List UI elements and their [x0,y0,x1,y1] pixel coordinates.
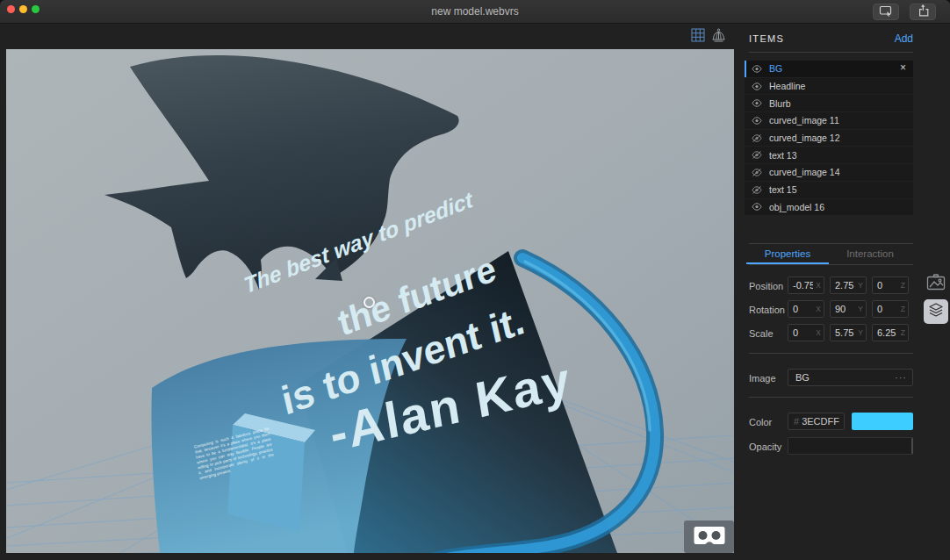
close-icon[interactable]: × [900,61,906,74]
grid-view-icon [691,28,705,46]
item-row-curved-image-11[interactable]: curved_image 11 [745,112,913,129]
item-row-bg[interactable]: BG × [745,61,913,77]
color-hex-field[interactable]: #3ECDFF [788,413,845,430]
layers-tool-button[interactable] [924,299,948,324]
scale-z-field[interactable]: Z [872,324,909,341]
item-row-obj-model-16[interactable]: obj_model 16 [745,199,913,216]
editor-window: new model.webvrs [0,0,950,560]
eye-off-icon[interactable] [745,186,769,194]
preview-button[interactable] [873,4,899,20]
item-label: obj_model 16 [769,202,824,212]
divider [749,397,913,398]
scale-x-field[interactable]: X [788,324,824,341]
layers-tool-icon [928,302,944,321]
eye-off-icon[interactable] [745,169,769,176]
share-icon [917,4,929,20]
divider [749,243,913,244]
add-item-button[interactable]: Add [843,32,913,45]
share-button[interactable] [910,4,936,20]
item-label: text 13 [769,150,797,161]
item-label: BG [769,63,782,74]
image-tool-icon [926,274,946,295]
color-hex-value: 3ECDFF [802,416,839,427]
tab-interaction[interactable]: Interaction [829,248,911,259]
item-row-text-13[interactable]: text 13 [745,147,913,163]
viewport-canvas[interactable]: The best way to predict the future is to… [6,49,734,553]
position-y-field[interactable]: Y [830,276,867,294]
position-label: Position [749,281,783,291]
eye-icon[interactable] [745,203,769,211]
items-list: BG × Headline Blurb curved_image 11 curv… [745,61,913,216]
preview-window-icon [879,4,893,20]
image-label: Image [749,373,776,384]
eye-off-icon[interactable] [745,151,769,159]
item-row-blurb[interactable]: Blurb [745,95,913,111]
pivot-ring[interactable] [363,297,375,308]
eye-icon[interactable] [745,117,769,125]
item-label: text 15 [769,184,797,195]
image-field[interactable]: BG ··· [788,369,913,386]
position-x-field[interactable]: X [788,276,824,294]
position-z-field[interactable]: Z [872,276,909,294]
image-tool-button[interactable] [925,274,946,295]
item-label: curved_image 12 [769,133,840,143]
color-label: Color [749,417,772,427]
titlebar: new model.webvrs [0,0,950,24]
color-swatch[interactable] [852,413,913,430]
vr-mode-button[interactable] [684,521,734,553]
item-label: curved_image 11 [769,115,839,126]
divider [749,52,913,53]
environment-dome-icon [711,28,726,47]
grid-view-button[interactable] [690,29,706,45]
opacity-field[interactable] [788,437,913,455]
more-options-icon[interactable]: ··· [895,370,907,385]
eye-icon[interactable] [745,99,769,107]
tab-properties[interactable]: Properties [746,248,829,259]
eye-icon[interactable] [745,65,769,73]
divider [749,264,913,265]
eye-icon[interactable] [745,83,769,90]
item-label: Headline [769,81,805,91]
item-row-curved-image-12[interactable]: curved_image 12 [745,130,913,147]
scale-label: Scale [749,328,774,339]
item-row-text-15[interactable]: text 15 [745,182,913,198]
items-panel-title: ITEMS [749,33,784,44]
rotation-label: Rotation [749,305,785,315]
vr-goggles-icon [694,526,725,549]
rotation-z-field[interactable]: Z [872,300,909,318]
item-row-headline[interactable]: Headline [745,78,913,95]
opacity-label: Opacity [749,442,781,452]
rotation-x-field[interactable]: X [788,300,824,318]
divider [749,353,913,354]
image-field-value: BG [795,372,810,383]
rotation-y-field[interactable]: Y [830,300,867,318]
scale-y-field[interactable]: Y [830,324,867,341]
item-row-curved-image-14[interactable]: curved_image 14 [745,164,913,181]
environment-button[interactable] [710,29,726,45]
item-label: Blurb [769,98,791,109]
window-title: new model.webvrs [0,0,950,24]
eye-off-icon[interactable] [745,134,769,142]
item-label: curved_image 14 [769,167,840,177]
hex-prefix: # [794,416,799,427]
